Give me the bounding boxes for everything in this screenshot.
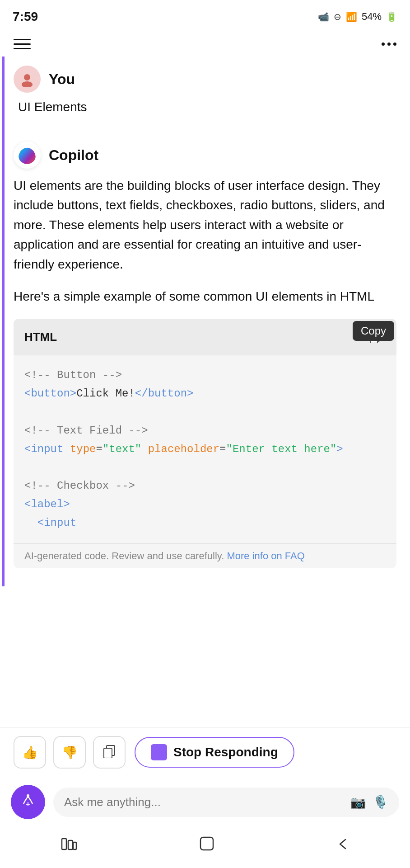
copy-response-button[interactable] <box>93 736 126 769</box>
hamburger-line-2 <box>14 43 31 45</box>
stop-responding-button[interactable]: Stop Responding <box>135 737 294 768</box>
code-line-1: <!-- Button --> <box>24 366 386 385</box>
svg-rect-10 <box>62 839 66 849</box>
copilot-message: Copilot UI elements are the building blo… <box>2 132 396 586</box>
status-bar: 7:59 📹 ⊖ 📶 54% 🔋 <box>0 0 410 32</box>
user-message-text: UI Elements <box>14 100 396 114</box>
new-chat-icon: + <box>19 791 37 813</box>
avatar <box>14 66 41 93</box>
action-bar: 👍 👎 Stop Responding <box>0 727 410 777</box>
copilot-name: Copilot <box>49 147 98 164</box>
dot-1 <box>382 42 385 46</box>
minus-icon: ⊖ <box>334 11 341 22</box>
status-icons: 📹 ⊖ 📶 54% 🔋 <box>318 11 397 23</box>
copy-icon <box>102 744 116 761</box>
home-button[interactable] <box>199 835 215 855</box>
input-area: + 📷 🎙️ <box>0 777 410 827</box>
new-chat-button[interactable]: + <box>11 785 45 819</box>
code-block: Copy HTML <!-- Button --> <button>Click … <box>14 319 396 568</box>
code-line-3: <!-- Text Field --> <box>24 422 386 440</box>
svg-text:+: + <box>26 800 30 808</box>
code-line-6: <label> <box>24 495 386 514</box>
copilot-intro-text: Here's a simple example of some common U… <box>14 287 396 306</box>
chat-input[interactable] <box>64 795 344 809</box>
svg-point-8 <box>27 794 29 797</box>
battery-icon: 🔋 <box>386 11 397 22</box>
chat-input-box: 📷 🎙️ <box>53 788 399 817</box>
code-line-4: <input type="text" placeholder="Enter te… <box>24 440 386 459</box>
svg-rect-12 <box>73 842 76 849</box>
hamburger-line-1 <box>14 39 31 40</box>
mic-input-icon[interactable]: 🎙️ <box>373 795 388 810</box>
copy-tooltip: Copy <box>353 321 394 341</box>
svg-rect-6 <box>104 748 112 758</box>
svg-rect-11 <box>68 840 73 849</box>
code-blank-1 <box>24 403 386 422</box>
chat-area: You UI Elements <box>0 57 410 727</box>
code-language: HTML <box>24 330 57 344</box>
dot-3 <box>393 42 396 46</box>
code-blank-2 <box>24 458 386 477</box>
camera-input-icon[interactable]: 📷 <box>350 795 366 810</box>
code-footer: AI-generated code. Review and use carefu… <box>14 543 396 568</box>
thumbs-up-button[interactable]: 👍 <box>14 736 46 769</box>
code-content: <!-- Button --> <button>Click Me!</butto… <box>14 355 396 543</box>
more-options-button[interactable] <box>382 42 396 46</box>
faq-link[interactable]: More info on FAQ <box>227 550 304 561</box>
hamburger-line-3 <box>14 48 31 49</box>
code-line-2: <button>Click Me!</button> <box>24 385 386 403</box>
svg-rect-13 <box>200 837 213 850</box>
svg-point-1 <box>22 81 33 87</box>
stop-icon <box>151 744 167 760</box>
code-line-7: <input <box>24 514 386 533</box>
code-line-5: <!-- Checkbox --> <box>24 477 386 495</box>
code-header: HTML <box>14 319 396 355</box>
user-name: You <box>49 71 75 88</box>
user-message: You UI Elements <box>2 57 396 132</box>
menu-button[interactable] <box>14 39 31 49</box>
thumbs-up-icon: 👍 <box>22 745 38 760</box>
recent-apps-button[interactable] <box>61 837 77 854</box>
user-header: You <box>14 66 396 93</box>
copilot-body-text: UI elements are the building blocks of u… <box>14 176 396 274</box>
status-time: 7:59 <box>13 9 38 24</box>
camera-status-icon: 📹 <box>318 11 329 22</box>
bottom-nav <box>0 827 410 868</box>
stop-responding-label: Stop Responding <box>173 745 278 760</box>
dot-2 <box>387 42 391 46</box>
battery-indicator: 54% <box>362 11 382 23</box>
copilot-avatar <box>14 142 41 169</box>
nav-bar <box>0 32 410 57</box>
wifi-icon: 📶 <box>346 11 357 22</box>
svg-point-0 <box>24 74 30 80</box>
copilot-header: Copilot <box>14 142 396 169</box>
thumbs-down-button[interactable]: 👎 <box>53 736 86 769</box>
thumbs-down-icon: 👎 <box>62 745 78 760</box>
back-button[interactable] <box>336 837 349 854</box>
